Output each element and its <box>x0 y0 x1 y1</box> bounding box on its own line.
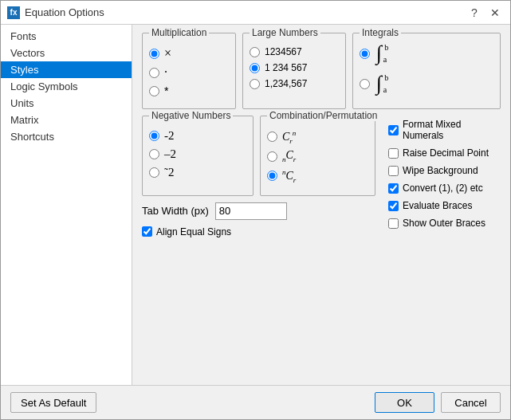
convert-parens-checkbox[interactable] <box>388 183 399 194</box>
evaluate-braces-label: Evaluate Braces <box>403 200 472 211</box>
integral-label-1: ∫ b a <box>376 41 382 65</box>
show-outer-braces-checkbox[interactable] <box>388 218 399 229</box>
comb-option-3: nCr <box>267 168 368 183</box>
footer-left: Set As Default <box>10 392 96 413</box>
ln-radio-2[interactable] <box>250 63 260 73</box>
raise-decimal-label: Raise Decimal Point <box>403 147 489 159</box>
tab-width-section: Tab Width (px) Align Equal Signs <box>142 202 375 241</box>
multiplication-group: Multiplication × · * <box>142 33 236 109</box>
bottom-row: Negative Numbers -2 –2 ˜2 <box>142 116 501 241</box>
mult-option-dot: · <box>149 65 229 80</box>
combination-group-label: Combination/Permutation <box>267 110 379 121</box>
integral-label-2: ∫ b a <box>376 72 382 96</box>
set-default-button[interactable]: Set As Default <box>10 392 96 413</box>
close-button[interactable]: ✕ <box>486 4 504 22</box>
sidebar-item-logic[interactable]: Logic Symbols <box>1 78 132 95</box>
ln-radio-1[interactable] <box>250 47 260 57</box>
format-mixed-label: Format Mixed Numerals <box>403 119 501 141</box>
integral-option-2: ∫ b a <box>360 72 382 96</box>
sidebar-item-vectors[interactable]: Vectors <box>1 45 132 61</box>
title-bar-left: fx Equation Options <box>7 6 104 19</box>
mult-label-star: * <box>164 84 168 97</box>
app-icon: fx <box>7 6 20 19</box>
neg-label-1: -2 <box>164 129 175 143</box>
ln-option-2: 1 234 567 <box>250 62 339 73</box>
tab-width-input[interactable] <box>215 202 287 220</box>
negative-group-label: Negative Numbers <box>149 110 233 121</box>
comb-option-1: Crn <box>267 129 368 144</box>
wipe-background-checkbox[interactable] <box>388 166 399 176</box>
combination-group: Combination/Permutation Crn <box>260 116 375 196</box>
neg-option-1: -2 <box>149 129 246 143</box>
ln-option-1: 1234567 <box>250 46 339 57</box>
comb-radio-2[interactable] <box>267 151 277 162</box>
comb-radio-1[interactable] <box>267 131 277 142</box>
comb-label-2: nCr <box>282 149 296 163</box>
evaluate-braces-row: Evaluate Braces <box>388 200 501 211</box>
dialog-title: Equation Options <box>25 6 104 18</box>
format-mixed-checkbox[interactable] <box>388 125 399 135</box>
large-numbers-group-label: Large Numbers <box>250 27 320 38</box>
wipe-background-row: Wipe Background <box>388 165 501 176</box>
dialog-window: fx Equation Options ? ✕ Fonts Vectors St… <box>0 0 511 420</box>
cancel-button[interactable]: Cancel <box>441 392 501 413</box>
neg-radio-3[interactable] <box>149 167 159 178</box>
show-outer-braces-row: Show Outer Braces <box>388 218 501 229</box>
ln-label-2: 1 234 567 <box>265 62 307 73</box>
align-equal-checkbox[interactable] <box>142 226 152 237</box>
mult-radio-dot[interactable] <box>149 68 159 78</box>
sidebar-item-units[interactable]: Units <box>1 95 132 112</box>
title-bar: fx Equation Options ? ✕ <box>1 1 510 25</box>
comb-label-1: Crn <box>282 129 296 144</box>
sidebar-item-styles[interactable]: Styles <box>1 61 132 78</box>
help-button[interactable]: ? <box>466 4 483 22</box>
show-outer-braces-label: Show Outer Braces <box>403 218 485 229</box>
mult-label-dot: · <box>164 65 167 80</box>
neg-option-3: ˜2 <box>149 166 246 179</box>
dialog-content: Fonts Vectors Styles Logic Symbols Units… <box>1 25 510 385</box>
mult-radio-x[interactable] <box>149 49 159 59</box>
ln-label-1: 1234567 <box>265 46 302 57</box>
comb-radio-3[interactable] <box>267 171 277 181</box>
align-equal-label: Align Equal Signs <box>156 226 231 237</box>
mult-radio-star[interactable] <box>149 86 159 96</box>
align-equal-row: Align Equal Signs <box>142 226 375 237</box>
convert-parens-label: Convert (1), (2) etc <box>403 183 483 194</box>
raise-decimal-checkbox[interactable] <box>388 148 399 159</box>
sidebar-item-shortcuts[interactable]: Shortcuts <box>1 128 132 145</box>
ln-label-3: 1,234,567 <box>265 78 307 89</box>
multiplication-group-label: Multiplication <box>149 27 209 38</box>
neg-label-2: –2 <box>164 147 176 161</box>
dialog-footer: Set As Default OK Cancel <box>1 385 510 419</box>
main-panel: Multiplication × · * <box>132 25 510 385</box>
tab-width-label: Tab Width (px) <box>142 205 209 217</box>
ok-button[interactable]: OK <box>375 392 434 413</box>
sidebar-item-matrix[interactable]: Matrix <box>1 112 132 128</box>
mult-option-star: * <box>149 84 229 97</box>
large-numbers-group: Large Numbers 1234567 1 234 567 1,234,56… <box>242 33 346 109</box>
evaluate-braces-checkbox[interactable] <box>388 201 399 211</box>
format-mixed-row: Format Mixed Numerals <box>388 119 501 141</box>
neg-option-2: –2 <box>149 147 246 161</box>
mult-label-x: × <box>164 46 171 61</box>
sidebar-item-fonts[interactable]: Fonts <box>1 28 132 45</box>
ln-radio-3[interactable] <box>250 79 260 89</box>
wipe-background-label: Wipe Background <box>403 165 478 176</box>
integrals-group-label: Integrals <box>360 27 401 38</box>
integrals-content: ∫ b a ∫ b <box>360 41 493 96</box>
sidebar: Fonts Vectors Styles Logic Symbols Units… <box>1 25 132 385</box>
tab-width-row: Tab Width (px) <box>142 202 375 220</box>
neg-label-3: ˜2 <box>164 166 175 179</box>
footer-right: OK Cancel <box>375 392 501 413</box>
integrals-group: Integrals ∫ b a <box>352 33 501 109</box>
integral-radio-1[interactable] <box>360 49 370 59</box>
neg-radio-2[interactable] <box>149 149 159 159</box>
integral-radio-2[interactable] <box>360 79 370 89</box>
integral-option-1: ∫ b a <box>360 41 382 65</box>
negative-numbers-group: Negative Numbers -2 –2 ˜2 <box>142 116 254 196</box>
comb-label-3: nCr <box>282 168 296 183</box>
convert-parens-row: Convert (1), (2) etc <box>388 183 501 194</box>
right-checkboxes-panel: Format Mixed Numerals Raise Decimal Poin… <box>382 116 501 241</box>
neg-radio-1[interactable] <box>149 131 159 141</box>
raise-decimal-row: Raise Decimal Point <box>388 147 501 159</box>
